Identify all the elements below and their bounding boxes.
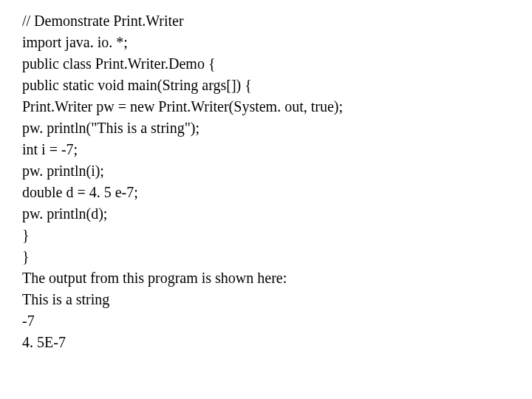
code-line: public static void main(String args[]) { bbox=[22, 75, 532, 96]
code-line: public class Print.Writer.Demo { bbox=[22, 53, 532, 75]
code-line: pw. println("This is a string"); bbox=[22, 117, 532, 139]
code-line: // Demonstrate Print.Writer bbox=[22, 10, 532, 32]
code-line: pw. println(i); bbox=[22, 160, 532, 182]
output-line: -7 bbox=[22, 310, 532, 332]
code-line: } bbox=[22, 246, 532, 267]
code-line: int i = -7; bbox=[22, 139, 532, 160]
output-heading: The output from this program is shown he… bbox=[22, 267, 532, 289]
code-line: double d = 4. 5 e-7; bbox=[22, 182, 532, 203]
code-line: pw. println(d); bbox=[22, 203, 532, 225]
code-line: } bbox=[22, 225, 532, 246]
output-line: This is a string bbox=[22, 289, 532, 310]
code-line: Print.Writer pw = new Print.Writer(Syste… bbox=[22, 96, 532, 117]
document-page: // Demonstrate Print.Writer import java.… bbox=[0, 0, 532, 353]
code-line: import java. io. *; bbox=[22, 32, 532, 53]
output-line: 4. 5E-7 bbox=[22, 332, 532, 353]
